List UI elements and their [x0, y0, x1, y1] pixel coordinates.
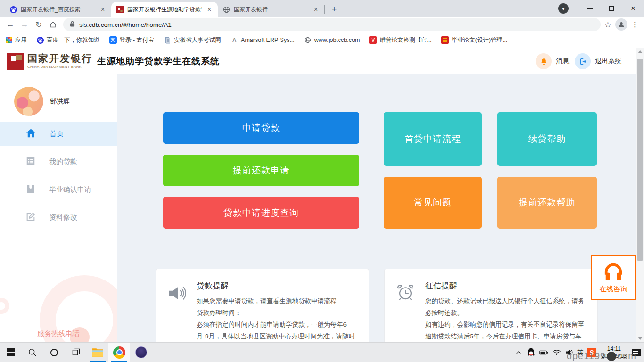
logout-button[interactable]: 退出系统	[575, 53, 621, 69]
volume-icon[interactable]	[565, 348, 574, 357]
address-bar[interactable]: sls.cdb.com.cn/#/home/home/A1	[63, 18, 601, 31]
browser-update-icon[interactable]: ▼	[558, 3, 569, 14]
notice-line: 您的贷款、还款记录已报送人民银行个人征信系统，请务必按时还款。	[425, 295, 587, 319]
task-view-icon	[72, 348, 81, 357]
qq-icon[interactable]	[527, 348, 536, 357]
tab-close-icon[interactable]: ×	[99, 6, 107, 13]
sogou-icon[interactable]: S	[587, 348, 596, 357]
renew-loan-help-tile[interactable]: 续贷帮助	[497, 112, 597, 166]
notice-body: 贷款提醒 如果您需要申请贷款，请查看生源地贷款申请流程 贷款办理时间： 必须在指…	[197, 280, 358, 342]
first-loan-process-tile[interactable]: 首贷申请流程	[384, 112, 482, 166]
close-button[interactable]: ×	[622, 0, 644, 17]
cortana-icon	[50, 349, 58, 356]
loan-list-icon	[25, 156, 36, 168]
bank-name: 国家开发银行	[27, 54, 92, 64]
new-tab-button[interactable]: +	[328, 3, 341, 16]
scroll-up-icon[interactable]	[638, 50, 643, 53]
tab-title: 国家开发银行_百度搜索	[21, 6, 95, 14]
cdb-favicon	[116, 6, 124, 13]
consult-label: 在线咨询	[599, 285, 627, 294]
bank-name-en: CHINA DEVELOPMENT BANK	[27, 65, 92, 69]
early-repay-apply-button[interactable]: 提前还款申请	[163, 155, 359, 186]
folder-icon	[92, 347, 104, 357]
chrome-taskbar-button[interactable]	[108, 343, 130, 362]
bookmark-thesis-mgmt[interactable]: 毕业论文(设计)管理...	[441, 36, 508, 44]
file-explorer-button[interactable]	[87, 343, 108, 362]
tab-title: 国家开发银行	[234, 6, 308, 14]
bookmark-alipay[interactable]: 支 登录 - 支付宝	[109, 36, 155, 44]
browser-tab-3[interactable]: 国家开发银行 ×	[218, 2, 324, 17]
task-view-button[interactable]	[65, 343, 87, 362]
wifi-icon[interactable]	[552, 348, 561, 357]
url-text: sls.cdb.com.cn/#/home/home/A1	[79, 21, 172, 28]
faq-tile[interactable]: 常见问题	[384, 177, 482, 229]
back-button[interactable]: ←	[4, 18, 17, 31]
bookmark-star-icon[interactable]: ☆	[604, 20, 611, 30]
baidu-favicon	[9, 6, 17, 13]
bookmark-weipu[interactable]: V 维普论文检测【官...	[369, 36, 431, 44]
speaker-icon	[167, 280, 188, 342]
clock-time: 14:11	[602, 346, 627, 353]
bookmark-ccb-job[interactable]: www.job.ccb.com	[304, 36, 360, 44]
notice-line: 必须在指定的时间内才能申请助学贷款，一般为每年6月-9月，具体以当地县区资助中心…	[197, 319, 358, 342]
home-button[interactable]	[46, 18, 59, 31]
messages-button[interactable]: 消息	[536, 53, 569, 69]
windows-logo-icon	[7, 348, 15, 356]
battery-icon[interactable]	[539, 348, 549, 357]
scrollbar-thumb[interactable]	[637, 59, 643, 261]
reload-button[interactable]: ↻	[32, 18, 45, 31]
bookmark-baidu[interactable]: 百度一下，你就知道	[36, 36, 100, 44]
taskbar-clock[interactable]: 14:11 2021/5/13	[600, 346, 628, 360]
browser-tab-1[interactable]: 国家开发银行_百度搜索 ×	[5, 2, 111, 17]
eclipse-taskbar-button[interactable]	[130, 343, 152, 362]
bookmark-amarsoft[interactable]: A Amarsoft ERP Sys...	[231, 36, 295, 44]
alipay-favicon: 支	[109, 36, 117, 44]
user-row: 郜洪辉	[0, 74, 117, 120]
cortana-button[interactable]	[43, 343, 65, 362]
apps-shortcut[interactable]: 应用	[6, 36, 27, 44]
chrome-icon	[113, 346, 125, 359]
profile-avatar-icon[interactable]	[615, 18, 627, 31]
sidebar-item-graduation-confirm[interactable]: 毕业确认申请	[0, 177, 117, 202]
sidebar-item-edit-profile[interactable]: 资料修改	[0, 205, 117, 230]
user-avatar	[14, 87, 43, 116]
tab-close-icon[interactable]: ×	[206, 6, 213, 13]
restore-button[interactable]	[601, 0, 622, 17]
sidebar-item-home[interactable]: 首页	[0, 122, 117, 146]
alarm-clock-icon	[396, 280, 417, 342]
notice-line: 贷款办理时间：	[197, 307, 358, 319]
baidu-favicon	[36, 36, 44, 44]
online-consult-widget[interactable]: 在线咨询	[591, 255, 636, 300]
ime-indicator[interactable]: 英	[578, 348, 584, 357]
toolbar-right: ☆ ⋮	[604, 18, 640, 31]
headphone-icon	[603, 261, 624, 283]
tab-title: 国家开发银行生源地助学贷款学生	[127, 6, 202, 14]
bank-brand: 国家开发银行 CHINA DEVELOPMENT BANK	[27, 54, 92, 69]
bookmark-anhui-exam[interactable]: 安徽省人事考试网	[164, 36, 221, 44]
start-button[interactable]	[0, 343, 22, 362]
scroll-down-icon[interactable]	[638, 337, 643, 340]
graduation-inbox-icon	[25, 184, 36, 196]
loan-progress-query-button[interactable]: 贷款申请进度查询	[163, 197, 359, 229]
hotline-label: 服务热线电话	[0, 329, 117, 338]
action-center-icon[interactable]	[632, 349, 641, 356]
forward-button[interactable]: →	[18, 18, 31, 31]
search-icon	[28, 348, 37, 357]
apply-loan-button[interactable]: 申请贷款	[163, 112, 359, 144]
minimize-button[interactable]	[579, 0, 601, 17]
browser-tab-2-active[interactable]: 国家开发银行生源地助学贷款学生 ×	[111, 2, 218, 17]
taskbar-search-button[interactable]	[22, 343, 43, 362]
bookmarks-bar: 应用 百度一下，你就知道 支 登录 - 支付宝 安徽省人事考试网 A Amars…	[0, 32, 644, 48]
tray-expand-icon[interactable]	[514, 348, 523, 357]
tab-close-icon[interactable]: ×	[312, 6, 320, 13]
early-repay-help-tile[interactable]: 提前还款帮助	[497, 177, 597, 229]
page-scrollbar[interactable]	[636, 48, 644, 342]
cdb-logo	[7, 53, 24, 70]
loan-reminder-card: 贷款提醒 如果您需要申请贷款，请查看生源地贷款申请流程 贷款办理时间： 必须在指…	[156, 269, 369, 342]
screen: 国家开发银行_百度搜索 × 国家开发银行生源地助学贷款学生 × 国家开发银行 ×…	[0, 0, 644, 362]
window-controls: ▼ ×	[558, 0, 644, 17]
thesis-favicon	[441, 36, 449, 44]
user-name: 郜洪辉	[50, 97, 70, 106]
browser-menu-icon[interactable]: ⋮	[631, 20, 638, 29]
sidebar-item-my-loans[interactable]: 我的贷款	[0, 149, 117, 174]
